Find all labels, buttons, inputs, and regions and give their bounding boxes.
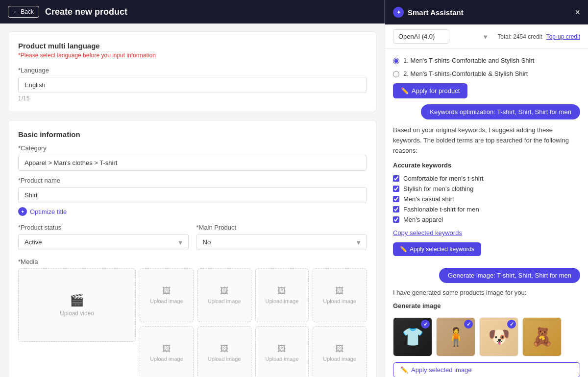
language-label: *Language — [18, 67, 367, 74]
upload-image-box-6[interactable]: 🖼Upload image — [197, 326, 251, 377]
image-icon-7: 🖼 — [277, 344, 286, 354]
title-option-2[interactable]: 2. Men's T-shirts-Comfortable & Stylish … — [393, 70, 580, 77]
generate-chip-button[interactable]: Generate image: T-shirt, Shirt, Shirt fo… — [439, 268, 580, 283]
upload-label-2: Upload image — [208, 298, 241, 304]
keyword-chip-button[interactable]: Keywords optimization: T-shirt, Shirt, S… — [421, 104, 580, 119]
topup-link[interactable]: Top-up credit — [546, 33, 580, 40]
assistant-toolbar: OpenAI (4.0) ▼ Total: 2454 credit Top-up… — [385, 24, 588, 49]
model-arrow-icon: ▼ — [482, 33, 489, 40]
keyword-item-1[interactable]: Comfortable for men's t-shirt — [393, 175, 580, 182]
apply-image-icon: ✏️ — [400, 366, 408, 374]
optimize-icon: ✦ — [18, 207, 27, 216]
keyword-checkbox-5[interactable] — [393, 216, 399, 223]
status-select[interactable]: Active — [18, 234, 189, 250]
media-label: *Media — [18, 258, 367, 265]
assistant-body: 1. Men's T-shirts-Comfortable and Stylis… — [385, 49, 588, 377]
title-option-2-text: 2. Men's T-shirts-Comfortable & Stylish … — [403, 70, 528, 77]
status-group: *Product status Active ▼ — [18, 224, 189, 250]
apply-keywords-icon: ✏️ — [400, 246, 407, 253]
keyword-list: Comfortable for men's t-shirt Stylish fo… — [393, 175, 580, 223]
keyword-checkbox-2[interactable] — [393, 186, 399, 192]
upload-image-box-5[interactable]: 🖼Upload image — [140, 326, 194, 377]
left-panel: ← Back Create new product Product multi … — [0, 0, 385, 377]
image-icon-3: 🖼 — [277, 286, 286, 296]
assistant-title: ✦ Smart Assistant — [393, 7, 464, 18]
total-credit: Total: 2454 credit — [497, 33, 542, 40]
keyword-label-5: Men's apparel — [403, 216, 443, 223]
language-input[interactable] — [18, 77, 367, 93]
generate-intro-text: I have generated some products image for… — [393, 289, 580, 296]
back-button[interactable]: ← Back — [8, 6, 39, 18]
close-button[interactable]: × — [575, 8, 580, 17]
upload-video-label: Upload video — [60, 310, 94, 317]
keyword-checkbox-3[interactable] — [393, 196, 399, 202]
keyword-item-5[interactable]: Men's apparel — [393, 216, 580, 223]
media-row: 🎬 Upload video 🖼Upload image 🖼Upload ima… — [18, 268, 367, 377]
multilang-card: Product multi language *Please select la… — [8, 31, 377, 112]
model-select[interactable]: OpenAI (4.0) — [393, 29, 449, 44]
model-select-wrapper: OpenAI (4.0) ▼ — [393, 29, 493, 44]
upload-video-box[interactable]: 🎬 Upload video — [18, 268, 136, 342]
top-bar: ← Back Create new product — [0, 0, 385, 24]
status-select-wrapper: Active ▼ — [18, 234, 189, 250]
keyword-checkbox-1[interactable] — [393, 175, 399, 182]
keyword-checkbox-4[interactable] — [393, 206, 399, 212]
upload-image-box-7[interactable]: 🖼Upload image — [255, 326, 309, 377]
title-radio-1[interactable] — [393, 58, 399, 64]
product-name-label: *Product name — [18, 177, 367, 184]
upload-image-box-2[interactable]: 🖼Upload image — [197, 268, 251, 322]
title-option-1-text: 1. Men's T-shirts-Comfortable and Stylis… — [403, 57, 534, 64]
multilang-title: Product multi language — [18, 42, 367, 50]
upload-label-7: Upload image — [265, 356, 298, 362]
keyword-label-4: Fashionable t-shirt for men — [403, 206, 479, 213]
main-product-select-wrapper: No ▼ — [196, 234, 367, 250]
page-title: Create new product — [45, 7, 127, 17]
image-icon-1: 🖼 — [162, 286, 171, 296]
main-product-select[interactable]: No — [196, 234, 367, 250]
suggestion-text: Based on your original keywords, I sugge… — [393, 125, 580, 156]
generated-image-1[interactable]: 👕 ✓ — [393, 317, 432, 356]
accurate-keywords-title: Accurate keywords — [393, 162, 580, 169]
generated-image-2[interactable]: 🧍 ✓ — [436, 317, 475, 356]
apply-product-icon: ✏️ — [401, 87, 409, 94]
main-product-group: *Main Product No ▼ — [196, 224, 367, 250]
basic-info-card: Basic information *Category *Product nam… — [8, 120, 377, 377]
image-icon-5: 🖼 — [162, 344, 171, 354]
thumb-img-4: 🧸 — [523, 318, 561, 356]
image-icon-2: 🖼 — [220, 286, 229, 296]
assistant-header: ✦ Smart Assistant × — [385, 0, 588, 24]
char-count: 1/15 — [18, 95, 367, 102]
basic-info-title: Basic information — [18, 130, 367, 139]
optimize-title-button[interactable]: ✦ Optimize title — [18, 207, 67, 216]
copy-keywords-link[interactable]: Copy selected keywords — [393, 229, 580, 236]
category-input[interactable] — [18, 155, 367, 171]
upload-label-3: Upload image — [265, 298, 298, 304]
image-grid: 🖼Upload image 🖼Upload image 🖼Upload imag… — [140, 268, 367, 377]
upload-label-1: Upload image — [150, 298, 183, 304]
title-option-1[interactable]: 1. Men's T-shirts-Comfortable and Stylis… — [393, 57, 580, 64]
media-section: *Media 🎬 Upload video 🖼Upload image 🖼Upl… — [18, 258, 367, 377]
generated-image-4[interactable]: 🧸 — [522, 317, 562, 356]
generated-image-3[interactable]: 🐶 ✓ — [479, 317, 518, 356]
upload-label-8: Upload image — [323, 356, 356, 362]
upload-image-box-8[interactable]: 🖼Upload image — [313, 326, 367, 377]
title-radio-2[interactable] — [393, 71, 399, 77]
upload-image-box-4[interactable]: 🖼Upload image — [313, 268, 367, 322]
upload-image-box-1[interactable]: 🖼Upload image — [140, 268, 194, 322]
apply-keywords-button[interactable]: ✏️ Apply selected keywords — [393, 242, 481, 256]
category-label: *Category — [18, 144, 367, 152]
upload-label-4: Upload image — [323, 298, 356, 304]
credit-info: Total: 2454 credit Top-up credit — [497, 33, 580, 40]
keyword-item-3[interactable]: Men's casual shirt — [393, 195, 580, 203]
upload-image-box-3[interactable]: 🖼Upload image — [255, 268, 309, 322]
apply-product-button[interactable]: ✏️ Apply for product — [393, 83, 467, 98]
keyword-label-2: Stylish for men's clothing — [403, 185, 473, 192]
product-name-input[interactable] — [18, 187, 367, 203]
image-icon-4: 🖼 — [335, 286, 344, 296]
generate-label: Generate image — [393, 302, 580, 309]
keyword-item-4[interactable]: Fashionable t-shirt for men — [393, 206, 580, 213]
apply-image-button[interactable]: ✏️ Apply selected image — [393, 362, 580, 377]
keyword-item-2[interactable]: Stylish for men's clothing — [393, 185, 580, 192]
keyword-label-3: Men's casual shirt — [403, 195, 454, 203]
multilang-subtitle: *Please select language before you input… — [18, 52, 367, 59]
